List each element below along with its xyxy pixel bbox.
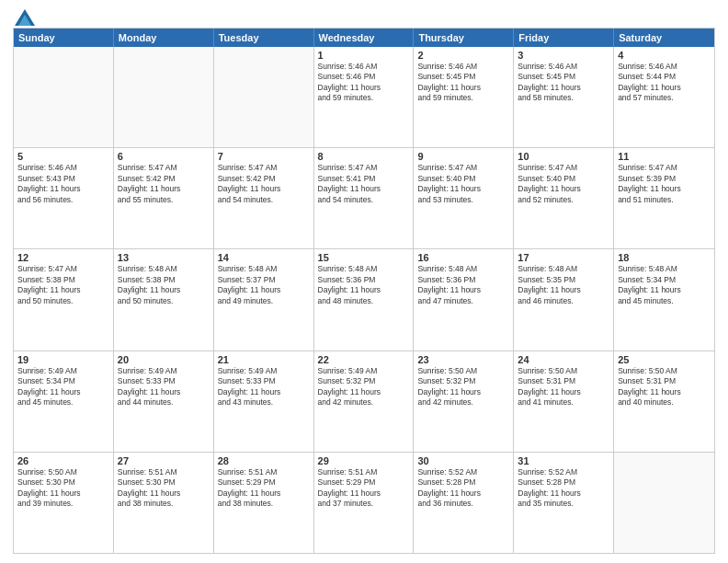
day-cell-29: 29Sunrise: 5:51 AM Sunset: 5:29 PM Dayli… <box>314 453 415 553</box>
day-info: Sunrise: 5:46 AM Sunset: 5:44 PM Dayligh… <box>618 62 711 104</box>
day-info: Sunrise: 5:51 AM Sunset: 5:29 PM Dayligh… <box>318 467 410 510</box>
day-number: 7 <box>218 151 310 162</box>
day-cell-16: 16Sunrise: 5:48 AM Sunset: 5:36 PM Dayli… <box>414 249 514 350</box>
day-cell-1: 1Sunrise: 5:46 AM Sunset: 5:46 PM Daylig… <box>314 47 415 147</box>
day-cell-12: 12Sunrise: 5:47 AM Sunset: 5:38 PM Dayli… <box>14 249 114 350</box>
weekday-header-friday: Friday <box>514 29 614 47</box>
day-number: 29 <box>318 455 410 466</box>
day-number: 15 <box>318 252 410 263</box>
day-info: Sunrise: 5:47 AM Sunset: 5:42 PM Dayligh… <box>218 163 310 205</box>
day-cell-19: 19Sunrise: 5:49 AM Sunset: 5:34 PM Dayli… <box>14 351 114 452</box>
day-number: 28 <box>218 455 310 466</box>
day-info: Sunrise: 5:48 AM Sunset: 5:36 PM Dayligh… <box>318 264 410 306</box>
day-info: Sunrise: 5:47 AM Sunset: 5:40 PM Dayligh… <box>518 163 609 205</box>
day-cell-18: 18Sunrise: 5:48 AM Sunset: 5:34 PM Dayli… <box>614 249 714 350</box>
day-number: 27 <box>118 455 210 466</box>
day-number: 19 <box>17 354 109 365</box>
weekday-header-thursday: Thursday <box>414 29 514 47</box>
calendar-row-5: 26Sunrise: 5:50 AM Sunset: 5:30 PM Dayli… <box>14 453 714 553</box>
day-number: 21 <box>218 354 310 365</box>
day-info: Sunrise: 5:51 AM Sunset: 5:30 PM Dayligh… <box>118 467 210 510</box>
day-info: Sunrise: 5:47 AM Sunset: 5:41 PM Dayligh… <box>318 163 410 205</box>
day-number: 2 <box>417 50 509 61</box>
day-info: Sunrise: 5:47 AM Sunset: 5:38 PM Dayligh… <box>17 264 109 306</box>
calendar-row-4: 19Sunrise: 5:49 AM Sunset: 5:34 PM Dayli… <box>14 351 714 453</box>
weekday-header-sunday: Sunday <box>14 29 114 47</box>
calendar: SundayMondayTuesdayWednesdayThursdayFrid… <box>13 28 715 554</box>
day-number: 13 <box>118 252 210 263</box>
calendar-row-1: 1Sunrise: 5:46 AM Sunset: 5:46 PM Daylig… <box>14 47 714 148</box>
day-cell-7: 7Sunrise: 5:47 AM Sunset: 5:42 PM Daylig… <box>214 148 314 248</box>
day-info: Sunrise: 5:52 AM Sunset: 5:28 PM Dayligh… <box>518 467 609 510</box>
day-info: Sunrise: 5:48 AM Sunset: 5:37 PM Dayligh… <box>218 264 310 306</box>
day-info: Sunrise: 5:50 AM Sunset: 5:30 PM Dayligh… <box>17 467 109 510</box>
day-cell-21: 21Sunrise: 5:49 AM Sunset: 5:33 PM Dayli… <box>214 351 314 452</box>
logo <box>13 9 35 22</box>
day-cell-6: 6Sunrise: 5:47 AM Sunset: 5:42 PM Daylig… <box>114 148 214 248</box>
day-info: Sunrise: 5:48 AM Sunset: 5:36 PM Dayligh… <box>417 264 509 306</box>
day-number: 4 <box>618 50 711 61</box>
day-number: 11 <box>618 151 711 162</box>
weekday-header-monday: Monday <box>114 29 214 47</box>
day-info: Sunrise: 5:47 AM Sunset: 5:42 PM Dayligh… <box>118 163 210 205</box>
day-cell-17: 17Sunrise: 5:48 AM Sunset: 5:35 PM Dayli… <box>514 249 614 350</box>
weekday-header-saturday: Saturday <box>614 29 714 47</box>
day-info: Sunrise: 5:46 AM Sunset: 5:43 PM Dayligh… <box>17 163 109 205</box>
day-cell-8: 8Sunrise: 5:47 AM Sunset: 5:41 PM Daylig… <box>314 148 415 248</box>
day-number: 17 <box>518 252 609 263</box>
day-info: Sunrise: 5:48 AM Sunset: 5:34 PM Dayligh… <box>618 264 711 306</box>
day-number: 18 <box>618 252 711 263</box>
day-cell-27: 27Sunrise: 5:51 AM Sunset: 5:30 PM Dayli… <box>114 453 214 553</box>
day-cell-26: 26Sunrise: 5:50 AM Sunset: 5:30 PM Dayli… <box>14 453 114 553</box>
day-info: Sunrise: 5:49 AM Sunset: 5:33 PM Dayligh… <box>118 366 210 408</box>
day-info: Sunrise: 5:49 AM Sunset: 5:33 PM Dayligh… <box>218 366 310 408</box>
day-cell-3: 3Sunrise: 5:46 AM Sunset: 5:45 PM Daylig… <box>514 47 614 147</box>
day-number: 8 <box>318 151 410 162</box>
day-number: 3 <box>518 50 609 61</box>
weekday-header-tuesday: Tuesday <box>214 29 314 47</box>
day-cell-30: 30Sunrise: 5:52 AM Sunset: 5:28 PM Dayli… <box>414 453 514 553</box>
day-number: 20 <box>118 354 210 365</box>
day-info: Sunrise: 5:46 AM Sunset: 5:45 PM Dayligh… <box>417 62 509 104</box>
day-number: 5 <box>17 151 109 162</box>
day-info: Sunrise: 5:49 AM Sunset: 5:34 PM Dayligh… <box>17 366 109 408</box>
day-cell-11: 11Sunrise: 5:47 AM Sunset: 5:39 PM Dayli… <box>614 148 714 248</box>
day-number: 14 <box>218 252 310 263</box>
day-cell-14: 14Sunrise: 5:48 AM Sunset: 5:37 PM Dayli… <box>214 249 314 350</box>
day-info: Sunrise: 5:47 AM Sunset: 5:39 PM Dayligh… <box>618 163 711 205</box>
empty-cell-r0c2 <box>214 47 314 147</box>
day-info: Sunrise: 5:46 AM Sunset: 5:46 PM Dayligh… <box>318 62 410 104</box>
header <box>13 9 715 22</box>
day-cell-24: 24Sunrise: 5:50 AM Sunset: 5:31 PM Dayli… <box>514 351 614 452</box>
day-number: 22 <box>318 354 410 365</box>
day-cell-2: 2Sunrise: 5:46 AM Sunset: 5:45 PM Daylig… <box>414 47 514 147</box>
day-cell-22: 22Sunrise: 5:49 AM Sunset: 5:32 PM Dayli… <box>314 351 415 452</box>
calendar-row-2: 5Sunrise: 5:46 AM Sunset: 5:43 PM Daylig… <box>14 148 714 249</box>
day-info: Sunrise: 5:47 AM Sunset: 5:40 PM Dayligh… <box>417 163 509 205</box>
day-info: Sunrise: 5:48 AM Sunset: 5:35 PM Dayligh… <box>518 264 609 306</box>
day-number: 16 <box>417 252 509 263</box>
day-cell-9: 9Sunrise: 5:47 AM Sunset: 5:40 PM Daylig… <box>414 148 514 248</box>
empty-cell-r0c0 <box>14 47 114 147</box>
day-info: Sunrise: 5:52 AM Sunset: 5:28 PM Dayligh… <box>417 467 509 510</box>
day-number: 26 <box>17 455 109 466</box>
day-info: Sunrise: 5:51 AM Sunset: 5:29 PM Dayligh… <box>218 467 310 510</box>
day-number: 25 <box>618 354 711 365</box>
day-cell-23: 23Sunrise: 5:50 AM Sunset: 5:32 PM Dayli… <box>414 351 514 452</box>
day-info: Sunrise: 5:50 AM Sunset: 5:31 PM Dayligh… <box>618 366 711 408</box>
empty-cell-r0c1 <box>114 47 214 147</box>
day-number: 10 <box>518 151 609 162</box>
day-number: 30 <box>417 455 509 466</box>
day-number: 9 <box>417 151 509 162</box>
day-cell-4: 4Sunrise: 5:46 AM Sunset: 5:44 PM Daylig… <box>614 47 714 147</box>
day-number: 6 <box>118 151 210 162</box>
day-number: 24 <box>518 354 609 365</box>
day-cell-28: 28Sunrise: 5:51 AM Sunset: 5:29 PM Dayli… <box>214 453 314 553</box>
day-info: Sunrise: 5:50 AM Sunset: 5:32 PM Dayligh… <box>417 366 509 408</box>
day-number: 12 <box>17 252 109 263</box>
calendar-body: 1Sunrise: 5:46 AM Sunset: 5:46 PM Daylig… <box>14 47 714 553</box>
day-cell-13: 13Sunrise: 5:48 AM Sunset: 5:38 PM Dayli… <box>114 249 214 350</box>
day-cell-25: 25Sunrise: 5:50 AM Sunset: 5:31 PM Dayli… <box>614 351 714 452</box>
day-number: 23 <box>417 354 509 365</box>
logo-icon <box>15 9 35 26</box>
